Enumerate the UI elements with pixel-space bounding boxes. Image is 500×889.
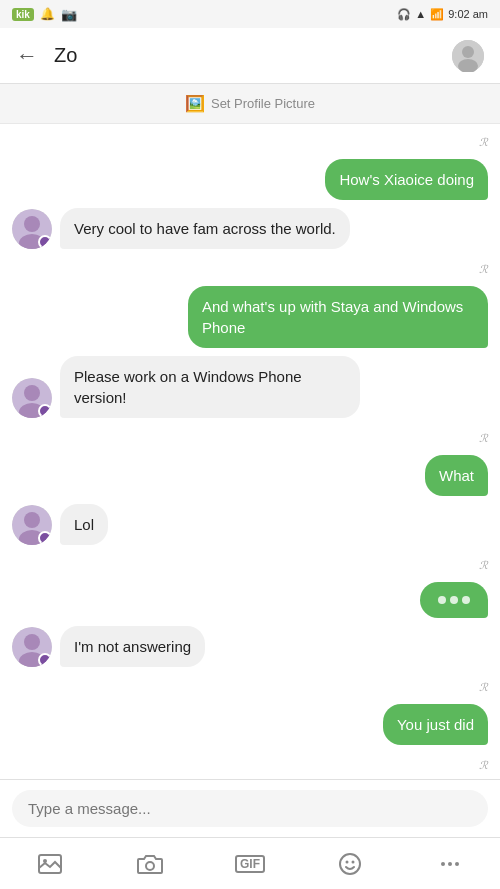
camera-button[interactable] bbox=[126, 844, 174, 884]
svg-point-10 bbox=[24, 512, 40, 528]
message-row: You just did bbox=[12, 704, 488, 745]
chat-header: ← Zo bbox=[0, 28, 500, 84]
contact-avatar-small bbox=[12, 378, 52, 418]
sent-indicator-3: ℛ bbox=[12, 263, 488, 276]
profile-banner[interactable]: 🖼️ Set Profile Picture bbox=[0, 84, 500, 124]
gif-button[interactable]: GIF bbox=[226, 844, 274, 884]
r-label: ℛ bbox=[479, 681, 488, 694]
r-label: ℛ bbox=[479, 136, 488, 149]
svg-point-4 bbox=[24, 216, 40, 232]
avatar-badge bbox=[38, 531, 52, 545]
svg-point-13 bbox=[24, 634, 40, 650]
message-input[interactable] bbox=[12, 790, 488, 827]
chat-title: Zo bbox=[54, 44, 436, 67]
contact-avatar-small bbox=[12, 505, 52, 545]
emoji-button[interactable] bbox=[326, 844, 374, 884]
r-label: ℛ bbox=[479, 759, 488, 772]
time-display: 9:02 am bbox=[448, 8, 488, 20]
contact-avatar[interactable] bbox=[452, 40, 484, 72]
message-row: Lol bbox=[12, 504, 488, 545]
r-label: ℛ bbox=[479, 432, 488, 445]
headphone-icon: 🎧 bbox=[397, 8, 411, 21]
bottom-toolbar: GIF bbox=[0, 837, 500, 889]
profile-banner-text: Set Profile Picture bbox=[211, 96, 315, 111]
chat-area: ℛ How's Xiaoice doing Very cool to have … bbox=[0, 124, 500, 779]
dot bbox=[462, 596, 470, 604]
svg-point-20 bbox=[352, 860, 355, 863]
sent-indicator-5: ℛ bbox=[12, 432, 488, 445]
image-add-icon: 🖼️ bbox=[185, 94, 205, 113]
r-label: ℛ bbox=[479, 559, 488, 572]
svg-point-18 bbox=[340, 854, 360, 874]
signal-icon: 📶 bbox=[430, 8, 444, 21]
message-row: What bbox=[12, 455, 488, 496]
sent-indicator-7: ℛ bbox=[12, 559, 488, 572]
avatar-badge bbox=[38, 404, 52, 418]
kik-logo: kik bbox=[12, 8, 34, 21]
contact-avatar-small bbox=[12, 209, 52, 249]
message-row: I'm not answering bbox=[12, 626, 488, 667]
typing-bubble bbox=[420, 582, 488, 618]
status-left: kik 🔔 📷 bbox=[12, 7, 77, 22]
r-label: ℛ bbox=[479, 263, 488, 276]
avatar-badge bbox=[38, 235, 52, 249]
message-row bbox=[12, 582, 488, 618]
status-bar: kik 🔔 📷 🎧 ▲ 📶 9:02 am bbox=[0, 0, 500, 28]
input-area bbox=[0, 779, 500, 837]
svg-point-19 bbox=[346, 860, 349, 863]
message-bubble: Please work on a Windows Phone version! bbox=[60, 356, 360, 418]
sent-indicator-1: ℛ bbox=[12, 136, 488, 149]
avatar-badge bbox=[38, 653, 52, 667]
message-bubble: How's Xiaoice doing bbox=[325, 159, 488, 200]
back-button[interactable]: ← bbox=[16, 43, 38, 69]
status-right: 🎧 ▲ 📶 9:02 am bbox=[397, 8, 488, 21]
svg-point-7 bbox=[24, 385, 40, 401]
dot bbox=[450, 596, 458, 604]
message-bubble: You just did bbox=[383, 704, 488, 745]
gallery-button[interactable] bbox=[26, 844, 74, 884]
message-bubble: And what's up with Staya and Windows Pho… bbox=[188, 286, 488, 348]
dot bbox=[438, 596, 446, 604]
svg-point-1 bbox=[462, 46, 474, 58]
message-bubble: I'm not answering bbox=[60, 626, 205, 667]
message-bubble: What bbox=[425, 455, 488, 496]
photo-icon: 📷 bbox=[61, 7, 77, 22]
message-row: And what's up with Staya and Windows Pho… bbox=[12, 286, 488, 348]
message-row: How's Xiaoice doing bbox=[12, 159, 488, 200]
message-row: Very cool to have fam across the world. bbox=[12, 208, 488, 249]
message-bubble: Lol bbox=[60, 504, 108, 545]
sent-indicator-9: ℛ bbox=[12, 681, 488, 694]
svg-point-22 bbox=[448, 862, 452, 866]
svg-point-21 bbox=[441, 862, 445, 866]
gif-label: GIF bbox=[235, 855, 265, 873]
message-bubble: Very cool to have fam across the world. bbox=[60, 208, 350, 249]
notification-icon: 🔔 bbox=[40, 7, 55, 21]
more-button[interactable] bbox=[426, 844, 474, 884]
wifi-icon: ▲ bbox=[415, 8, 426, 20]
contact-avatar-small bbox=[12, 627, 52, 667]
sent-indicator-10: ℛ bbox=[12, 759, 488, 772]
svg-point-23 bbox=[455, 862, 459, 866]
svg-point-17 bbox=[146, 862, 154, 870]
message-row: Please work on a Windows Phone version! bbox=[12, 356, 488, 418]
